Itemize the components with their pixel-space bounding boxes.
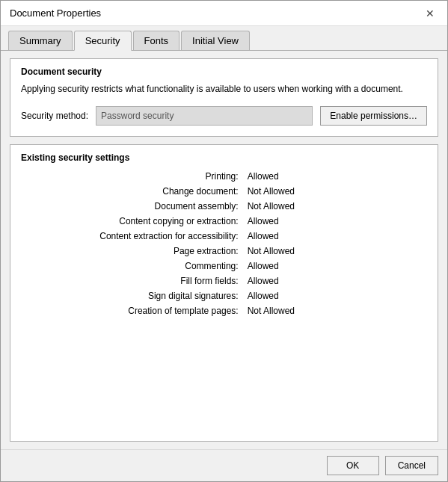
table-row: Change document:Not Allowed — [21, 184, 427, 199]
setting-value: Allowed — [245, 169, 427, 184]
footer: OK Cancel — [1, 449, 447, 481]
setting-label: Creation of template pages: — [21, 303, 245, 318]
setting-label: Document assembly: — [21, 199, 245, 214]
table-row: Page extraction:Not Allowed — [21, 244, 427, 259]
tab-initial-view[interactable]: Initial View — [181, 31, 250, 50]
table-row: Fill form fields:Allowed — [21, 274, 427, 288]
setting-label: Commenting: — [21, 259, 245, 274]
setting-label: Sign digital signatures: — [21, 288, 245, 303]
setting-value: Allowed — [245, 214, 427, 229]
setting-value: Allowed — [245, 274, 427, 288]
security-method-row: Security method: Enable permissions… — [21, 106, 427, 126]
security-method-input[interactable] — [96, 106, 313, 126]
table-row: Document assembly:Not Allowed — [21, 199, 427, 214]
ok-button[interactable]: OK — [327, 456, 379, 475]
setting-value: Not Allowed — [245, 303, 427, 318]
setting-label: Content copying or extraction: — [21, 214, 245, 229]
table-row: Sign digital signatures:Allowed — [21, 288, 427, 303]
setting-value: Not Allowed — [245, 244, 427, 259]
existing-security-section: Existing security settings Printing:Allo… — [10, 144, 438, 442]
security-method-label: Security method: — [21, 111, 88, 121]
tabs-bar: Summary Security Fonts Initial View — [1, 26, 447, 51]
table-row: Creation of template pages:Not Allowed — [21, 303, 427, 318]
tab-fonts[interactable]: Fonts — [133, 31, 180, 50]
table-row: Content extraction for accessibility:All… — [21, 229, 427, 244]
setting-value: Allowed — [245, 229, 427, 244]
document-properties-dialog: Document Properties ✕ Summary Security F… — [0, 0, 448, 482]
title-bar: Document Properties ✕ — [1, 1, 447, 26]
document-security-section: Document security Applying security rest… — [10, 58, 438, 137]
setting-value: Not Allowed — [245, 199, 427, 214]
dialog-title: Document Properties — [10, 7, 101, 19]
table-row: Printing:Allowed — [21, 169, 427, 184]
enable-permissions-button[interactable]: Enable permissions… — [320, 106, 427, 126]
table-row: Commenting:Allowed — [21, 259, 427, 274]
close-button[interactable]: ✕ — [422, 5, 438, 22]
main-content: Document security Applying security rest… — [1, 51, 447, 449]
setting-value: Allowed — [245, 259, 427, 274]
table-row: Content copying or extraction:Allowed — [21, 214, 427, 229]
tab-summary[interactable]: Summary — [8, 31, 73, 50]
cancel-button[interactable]: Cancel — [385, 456, 438, 475]
tab-security[interactable]: Security — [74, 31, 132, 51]
setting-label: Content extraction for accessibility: — [21, 229, 245, 244]
setting-label: Page extraction: — [21, 244, 245, 259]
setting-label: Change document: — [21, 184, 245, 199]
document-security-description: Applying security restricts what functio… — [21, 83, 427, 96]
existing-security-title: Existing security settings — [21, 152, 427, 163]
setting-label: Fill form fields: — [21, 274, 245, 288]
setting-value: Allowed — [245, 288, 427, 303]
document-security-title: Document security — [21, 67, 427, 77]
setting-label: Printing: — [21, 169, 245, 184]
setting-value: Not Allowed — [245, 184, 427, 199]
settings-table: Printing:AllowedChange document:Not Allo… — [21, 169, 427, 318]
